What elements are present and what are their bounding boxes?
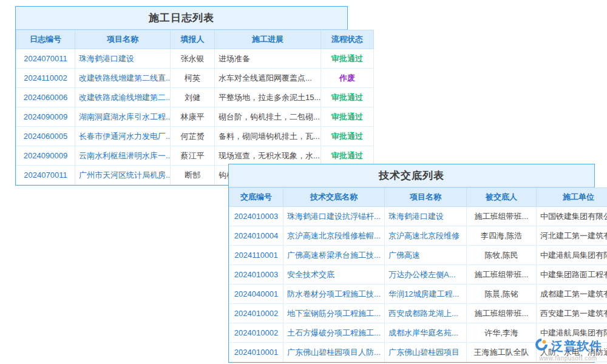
cell-status: 审批通过 bbox=[321, 107, 374, 127]
cell-id[interactable]: 2024060006 bbox=[16, 88, 75, 107]
column-header-progress: 施工进展 bbox=[215, 30, 321, 49]
construction-log-table: 日志编号项目名称填报人施工进展流程状态 2024070011珠海鹤港口建设张永银… bbox=[16, 30, 374, 185]
disclosure-table-header: 交底编号技术交底名称项目名称被交底人施工单位 bbox=[229, 188, 607, 207]
cell-id[interactable]: 2024040001 bbox=[229, 285, 283, 304]
cell-unit: 成都建工第一建筑有... bbox=[537, 285, 607, 304]
cell-id[interactable]: 2024060005 bbox=[16, 127, 75, 146]
cell-name[interactable]: 土石方爆破分项工程施工... bbox=[283, 323, 385, 343]
table-row: 2024060006改建铁路成渝线增建第二...刘健平整场地，拉走多余泥土15.… bbox=[16, 88, 374, 107]
cell-project[interactable]: 西安成都路龙湖上... bbox=[385, 304, 467, 323]
column-header-id: 交底编号 bbox=[229, 188, 283, 207]
cell-name[interactable]: 京沪高速北京段维修桩帽... bbox=[283, 226, 385, 246]
cell-status: 审批通过 bbox=[321, 146, 374, 166]
cell-id[interactable]: 2024110001 bbox=[229, 246, 283, 265]
cell-project[interactable]: 广东佛山碧桂园项目 bbox=[385, 343, 467, 362]
cell-person: 陈牧,陈民 bbox=[467, 246, 537, 265]
cell-status: 审批通过 bbox=[321, 127, 374, 146]
cell-project[interactable]: 云南水利枢纽潜明水库一... bbox=[75, 146, 171, 166]
cell-id[interactable]: 2024070011 bbox=[16, 166, 75, 185]
cell-person: 陈晨,陈铭 bbox=[467, 285, 537, 304]
cell-unit: 河北建工第一建筑有... bbox=[537, 226, 607, 246]
cell-name[interactable]: 防水卷材分项工程施工技... bbox=[283, 285, 385, 304]
column-header-reporter: 填报人 bbox=[171, 30, 215, 49]
fanpu-logo-icon bbox=[534, 337, 549, 354]
table-row: 2024090009湖南洞庭湖水库引水工程...林康平砌台阶，钩机排土，二包砌.… bbox=[16, 107, 374, 127]
cell-reporter: 断郜 bbox=[171, 166, 215, 185]
cell-reporter: 何芷赟 bbox=[171, 127, 215, 146]
cell-project[interactable]: 京沪高速北京段维修 bbox=[385, 226, 467, 246]
cell-project[interactable]: 成都水岸华庭名苑... bbox=[385, 323, 467, 343]
cell-id[interactable]: 2024010004 bbox=[229, 226, 283, 246]
table-row: 2024010003安全技术交底万达办公楼左侧A...施工班组带班...中建集团… bbox=[229, 265, 607, 285]
header-row: 交底编号技术交底名称项目名称被交底人施工单位 bbox=[229, 188, 607, 207]
fanpu-logo: 泛普软件 www.fanpusoft.com bbox=[534, 337, 602, 362]
cell-unit: 中建集团路面工程有... bbox=[537, 265, 607, 285]
cell-progress: 水车对全线遮阳网覆盖点... bbox=[215, 69, 321, 88]
cell-person: 李四海,陈浩 bbox=[467, 226, 537, 246]
construction-log-window: 施工日志列表 日志编号项目名称填报人施工进展流程状态 2024070011珠海鹤… bbox=[15, 6, 348, 186]
cell-id[interactable]: 2024090009 bbox=[16, 146, 75, 166]
fanpu-url-text: www.fanpusoft.com bbox=[534, 355, 602, 362]
column-header-id: 日志编号 bbox=[16, 30, 75, 49]
technical-disclosure-table: 交底编号技术交底名称项目名称被交底人施工单位 2024010003珠海鹤港口建设… bbox=[229, 187, 607, 362]
cell-reporter: 蔡江平 bbox=[171, 146, 215, 166]
disclosure-table-title: 技术交底列表 bbox=[229, 164, 594, 187]
table-row: 2024010004京沪高速北京段维修桩帽...京沪高速北京段维修李四海,陈浩河… bbox=[229, 226, 607, 246]
cell-progress: 现场巡查，无积水现象，水... bbox=[215, 146, 321, 166]
table-row: 2024010002地下室钢筋分项工程施工...西安成都路龙湖上...施工班组带… bbox=[229, 304, 607, 323]
cell-project[interactable]: 改建铁路线增建第二线直... bbox=[75, 69, 171, 88]
column-header-status: 流程状态 bbox=[321, 30, 374, 49]
cell-id[interactable]: 2024010002 bbox=[229, 323, 283, 343]
cell-reporter: 林康平 bbox=[171, 107, 215, 127]
column-header-project: 项目名称 bbox=[385, 188, 467, 207]
cell-status: 审批通过 bbox=[321, 88, 374, 107]
table-row: 2024110002改建铁路线增建第二线直...柯英水车对全线遮阳网覆盖点...… bbox=[16, 69, 374, 88]
cell-project[interactable]: 万达办公楼左侧A... bbox=[385, 265, 467, 285]
table-row: 2024070011珠海鹤港口建设张永银进场准备审批通过 bbox=[16, 49, 374, 69]
cell-id[interactable]: 2024090009 bbox=[16, 107, 75, 127]
cell-progress: 进场准备 bbox=[215, 49, 321, 69]
cell-id[interactable]: 2024110002 bbox=[16, 69, 75, 88]
cell-status: 作废 bbox=[321, 69, 374, 88]
cell-project[interactable]: 华润12城房建工程... bbox=[385, 285, 467, 304]
cell-project[interactable]: 长春市伊通河水力发电厂... bbox=[75, 127, 171, 146]
cell-project[interactable]: 广佛高速 bbox=[385, 246, 467, 265]
cell-name[interactable]: 广佛高速桥梁承台施工技... bbox=[283, 246, 385, 265]
cell-name[interactable]: 广东佛山碧桂园项目人防... bbox=[283, 343, 385, 362]
technical-disclosure-window: 技术交底列表 交底编号技术交底名称项目名称被交底人施工单位 2024010003… bbox=[228, 164, 595, 363]
cell-reporter: 张永银 bbox=[171, 49, 215, 69]
fanpu-brand-text: 泛普软件 bbox=[551, 338, 602, 354]
log-table-header: 日志编号项目名称填报人施工进展流程状态 bbox=[16, 30, 374, 49]
cell-project[interactable]: 广州市天河区统计局机房... bbox=[75, 166, 171, 185]
cell-id[interactable]: 2024010003 bbox=[229, 265, 283, 285]
cell-project[interactable]: 珠海鹤港口建设 bbox=[75, 49, 171, 69]
cell-id[interactable]: 2024010001 bbox=[229, 343, 283, 362]
table-row: 2024040001防水卷材分项工程施工技...华润12城房建工程...陈晨,陈… bbox=[229, 285, 607, 304]
header-row: 日志编号项目名称填报人施工进展流程状态 bbox=[16, 30, 374, 49]
cell-progress: 砌台阶，钩机排土，二包砌... bbox=[215, 107, 321, 127]
table-row: 2024010003珠海鹤港口建设抗浮锚杆...珠海鹤港口建设施工班组带班...… bbox=[229, 207, 607, 226]
cell-project[interactable]: 湖南洞庭湖水库引水工程... bbox=[75, 107, 171, 127]
table-row: 2024060005长春市伊通河水力发电厂...何芷赟备料，砌间墙钩机排土，瓦.… bbox=[16, 127, 374, 146]
cell-person: 施工班组带班... bbox=[467, 265, 537, 285]
cell-person: 施工班组带班... bbox=[467, 304, 537, 323]
cell-unit: 中国铁建集团有限公司 bbox=[537, 207, 607, 226]
cell-progress: 备料，砌间墙钩机排土，瓦... bbox=[215, 127, 321, 146]
cell-name[interactable]: 地下室钢筋分项工程施工... bbox=[283, 304, 385, 323]
cell-id[interactable]: 2024010003 bbox=[229, 207, 283, 226]
cell-id[interactable]: 2024070011 bbox=[16, 49, 75, 69]
cell-unit: 西安建工第一建筑有... bbox=[537, 304, 607, 323]
column-header-unit: 施工单位 bbox=[537, 188, 607, 207]
cell-project[interactable]: 珠海鹤港口建设 bbox=[385, 207, 467, 226]
column-header-name: 技术交底名称 bbox=[283, 188, 385, 207]
cell-name[interactable]: 珠海鹤港口建设抗浮锚杆... bbox=[283, 207, 385, 226]
column-header-project: 项目名称 bbox=[75, 30, 171, 49]
cell-person: 王海施工队全队 bbox=[467, 343, 537, 362]
cell-name[interactable]: 安全技术交底 bbox=[283, 265, 385, 285]
table-row: 2024110001广佛高速桥梁承台施工技...广佛高速陈牧,陈民中建港航局集团… bbox=[229, 246, 607, 265]
cell-unit: 中建港航局集团有限... bbox=[537, 246, 607, 265]
cell-person: 许华,李海 bbox=[467, 323, 537, 343]
cell-status: 审批通过 bbox=[321, 49, 374, 69]
cell-project[interactable]: 改建铁路成渝线增建第二... bbox=[75, 88, 171, 107]
cell-id[interactable]: 2024010002 bbox=[229, 304, 283, 323]
